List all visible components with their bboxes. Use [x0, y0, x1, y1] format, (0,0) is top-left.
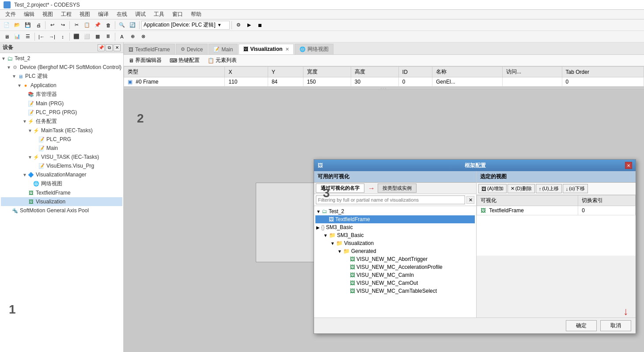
tree-item-task-config[interactable]: ▼ ⚡ 任务配置 — [1, 117, 122, 126]
tab-by-type[interactable]: 按类型或实例 — [378, 184, 417, 193]
sub-btn-elements[interactable]: 📋 元素列表 — [205, 55, 240, 65]
sub-btn-hotkey[interactable]: ⌨ 热键配置 — [167, 55, 203, 65]
dtree-item-textfield[interactable]: 🖼 TextfieldFrame — [315, 215, 475, 223]
menu-view2[interactable]: 视图 — [76, 10, 94, 19]
tb2-3[interactable]: ☰ — [23, 32, 33, 41]
tb-run[interactable]: ▶ — [244, 21, 254, 30]
menu-window[interactable]: 窗口 — [169, 10, 186, 19]
expand-icon[interactable]: ▼ — [316, 209, 321, 214]
tb-build[interactable]: ⚙ — [234, 21, 243, 30]
tree-item-main2[interactable]: 📝 Main — [1, 144, 122, 153]
right-table-row[interactable]: 🖼 TextfieldFrame 0 — [477, 206, 636, 215]
dtree-item-accelprofile[interactable]: 🖼 VISU_NEW_MC_AccelerationProfile — [315, 263, 475, 271]
tb2-5[interactable]: →| — [47, 32, 57, 41]
tab-textfield[interactable]: 🖼 TextfieldFrame — [124, 44, 175, 54]
tree-item-maintask[interactable]: ▼ ⚡ MainTask (IEC-Tasks) — [1, 126, 122, 135]
sidebar-float[interactable]: ⧉ — [106, 44, 113, 51]
up-button[interactable]: ↑ (U)上移 — [536, 184, 562, 193]
tb-save[interactable]: 💾 — [23, 21, 33, 30]
dtree-item-test2[interactable]: ▼ 🗂 Test_2 — [315, 207, 475, 215]
tb-copy[interactable]: 📋 — [82, 21, 92, 30]
menu-debug[interactable]: 调试 — [132, 10, 149, 19]
tree-item-plcprg[interactable]: 📝 PLC_PRG (PRG) — [1, 108, 122, 117]
table-row[interactable]: ▣ #0 Frame 110 84 150 30 0 GenEl... 0 — [124, 77, 644, 87]
tb2-6[interactable]: ↕ — [58, 32, 68, 41]
cancel-button[interactable]: 取消 — [600, 320, 631, 331]
tb2-9[interactable]: ▦ — [93, 32, 102, 41]
expand-icon[interactable]: ▼ — [11, 74, 17, 79]
dtree-item-generated[interactable]: ▼ 📁 Generated — [315, 247, 475, 255]
expand-icon[interactable]: ▼ — [22, 172, 27, 177]
add-button[interactable]: 🖼 (A)增加 — [478, 184, 507, 193]
expand-icon[interactable]: ▼ — [17, 83, 22, 88]
tb-stop[interactable]: ⏹ — [255, 21, 265, 30]
tb2-4[interactable]: |← — [37, 32, 46, 41]
tree-item-textfield[interactable]: 🖼 TextfieldFrame — [1, 188, 122, 197]
dtree-item-sm3basic2[interactable]: ▼ 📁 SM3_Basic — [315, 231, 475, 239]
tb2-1[interactable]: 🖥 — [2, 32, 11, 41]
tree-item-visutask[interactable]: ▼ ⚡ VISU_TASK (IEC-Tasks) — [1, 153, 122, 161]
sidebar-pin[interactable]: 📌 — [98, 44, 105, 51]
tb-cut[interactable]: ✂ — [72, 21, 81, 30]
dtree-item-camtableselect[interactable]: 🖼 VISU_NEW_MC_CamTableSelect — [315, 287, 475, 295]
menu-help[interactable]: 帮助 — [187, 10, 205, 19]
tree-item-visumgr[interactable]: ▼ 🔷 VisualizationManager — [1, 170, 122, 179]
tree-item-test2[interactable]: ▼ 🗂 Test_2 — [1, 54, 122, 63]
tree-item-library[interactable]: 📚 库管理器 — [1, 90, 122, 99]
tb-replace[interactable]: 🔄 — [128, 21, 137, 30]
tab-visualization[interactable]: 🖼 Visualization ✕ — [239, 44, 293, 54]
tree-item-main[interactable]: 📝 Main (PRG) — [1, 99, 122, 108]
dtree-item-camout[interactable]: 🖼 VISU_NEW_MC_CamOut — [315, 279, 475, 287]
dtree-item-camin[interactable]: 🖼 VISU_NEW_MC_CamIn — [315, 271, 475, 279]
dtree-item-sm3basic[interactable]: ▶ {} SM3_Basic — [315, 223, 475, 231]
tree-item-visualization[interactable]: 🖼 Visualization — [1, 197, 122, 206]
tb-new[interactable]: 📄 — [2, 21, 11, 30]
dtree-item-aborttrigger[interactable]: 🖼 VISU_NEW_MC_AbortTrigger — [315, 255, 475, 263]
tb2-11[interactable]: A — [117, 32, 127, 41]
tb2-10[interactable]: Ⅲ — [103, 32, 113, 41]
tb2-13[interactable]: ⊗ — [138, 32, 148, 41]
dialog-close-button[interactable]: ✕ — [625, 162, 632, 169]
dtree-item-visualization[interactable]: ▼ 📁 Visualization — [315, 239, 475, 247]
tab-network[interactable]: 🌐 网络视图 — [295, 44, 333, 54]
menu-view1[interactable]: 视图 — [39, 10, 57, 19]
menu-file[interactable]: 文件 — [2, 10, 19, 19]
expand-icon[interactable]: ▼ — [1, 56, 6, 61]
tab-close-4[interactable]: ✕ — [285, 47, 289, 52]
expand-icon[interactable]: ▼ — [323, 233, 328, 238]
tab-main[interactable]: 📝 Main — [208, 44, 238, 54]
menu-tools[interactable]: 工具 — [150, 10, 168, 19]
application-dropdown[interactable]: Application [Device: PLC 逻辑] ▼ — [141, 21, 230, 30]
expand-icon[interactable]: ▼ — [337, 249, 342, 254]
search-clear-button[interactable]: ✕ — [466, 196, 474, 204]
tb-redo[interactable]: ↪ — [58, 21, 68, 30]
search-input[interactable] — [316, 195, 465, 204]
expand-icon[interactable]: ▶ — [316, 225, 320, 230]
expand-icon[interactable]: ▼ — [27, 128, 33, 133]
tb-find[interactable]: 🔍 — [117, 21, 127, 30]
menu-compile[interactable]: 编译 — [95, 10, 112, 19]
expand-icon[interactable]: ▼ — [6, 65, 11, 70]
tab-device[interactable]: ⚙ Device — [176, 44, 208, 54]
expand-icon[interactable]: ▼ — [330, 241, 335, 246]
sub-btn-editor[interactable]: 🖥 界面编辑器 — [125, 55, 165, 65]
tb-delete[interactable]: 🗑 — [103, 21, 113, 30]
tree-item-softmotion[interactable]: 🔩 SoftMotion General Axis Pool — [1, 206, 122, 215]
tb-undo[interactable]: ↩ — [47, 21, 57, 30]
menu-online[interactable]: 在线 — [113, 10, 131, 19]
tb-open[interactable]: 📂 — [12, 21, 22, 30]
tree-item-networkview[interactable]: 🌐 网络视图 — [1, 179, 122, 188]
expand-icon[interactable]: ▼ — [27, 155, 33, 160]
tb2-2[interactable]: 📊 — [12, 32, 22, 41]
menu-edit[interactable]: 编辑 — [20, 10, 38, 19]
tree-item-plc[interactable]: ▼ 🖥 PLC 逻辑 — [1, 72, 122, 81]
menu-project[interactable]: 工程 — [57, 10, 75, 19]
expand-icon[interactable]: ▼ — [22, 119, 27, 124]
tb-paste[interactable]: 📌 — [93, 21, 102, 30]
down-button[interactable]: ↓ (o)下移 — [563, 184, 588, 193]
sidebar-close[interactable]: ✕ — [114, 44, 121, 51]
tree-item-plcprg2[interactable]: 📝 PLC_PRG — [1, 135, 122, 144]
tree-item-device[interactable]: ▼ ⚙ Device (Berghof MC-PI SoftMotion Con… — [1, 63, 122, 72]
tb2-7[interactable]: ⬛ — [72, 32, 81, 41]
tree-item-visuprg[interactable]: 📝 VisuElems.Visu_Prg — [1, 161, 122, 170]
